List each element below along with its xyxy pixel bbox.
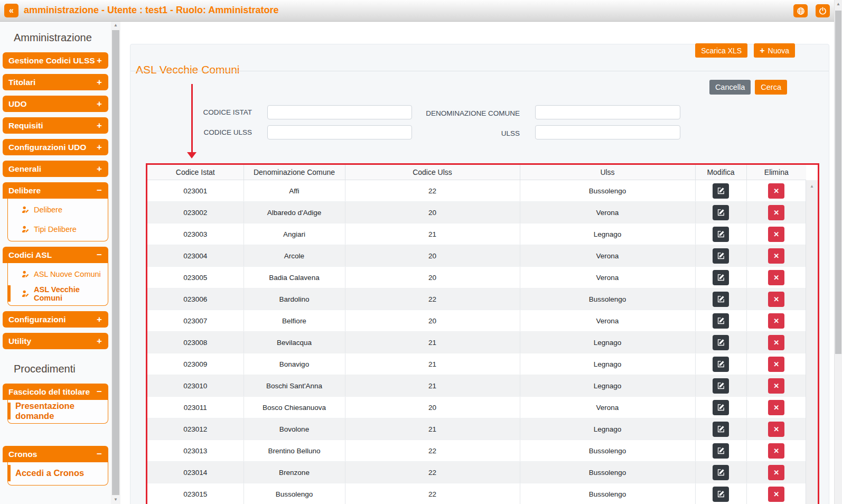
delete-row-button[interactable]: ✕ bbox=[768, 292, 784, 307]
cell-ulss: Bussolengo bbox=[520, 180, 695, 202]
ulss-input[interactable] bbox=[535, 125, 680, 139]
new-button[interactable]: + Nuova bbox=[754, 43, 795, 58]
sidebar-section-requisiti[interactable]: Requisiti + bbox=[3, 117, 108, 134]
search-button[interactable]: Cerca bbox=[755, 80, 787, 95]
delete-row-button[interactable]: ✕ bbox=[768, 227, 784, 242]
delete-x-icon: ✕ bbox=[773, 274, 779, 282]
delete-row-button[interactable]: ✕ bbox=[768, 335, 784, 350]
delete-row-button[interactable]: ✕ bbox=[768, 248, 784, 264]
codice-istat-input[interactable] bbox=[267, 105, 412, 119]
table-row: 023011 Bosco Chiesanuova 20 Verona ✕ bbox=[147, 397, 806, 418]
delete-row-button[interactable]: ✕ bbox=[768, 443, 784, 459]
table-scroll-up-icon[interactable]: ▲ bbox=[806, 182, 818, 191]
table-row: 023005 Badia Calavena 20 Verona ✕ bbox=[147, 267, 806, 288]
cell-codice-istat: 023014 bbox=[147, 462, 244, 483]
cell-codice-ulss: 21 bbox=[345, 332, 520, 353]
edit-pencil-icon bbox=[717, 339, 725, 346]
table-row: 023004 Arcole 20 Verona ✕ bbox=[147, 245, 806, 267]
edit-row-button[interactable] bbox=[713, 487, 729, 502]
cell-codice-istat: 023002 bbox=[147, 202, 244, 223]
sidebar-item-delibere[interactable]: Delibere bbox=[8, 200, 108, 219]
edit-row-button[interactable] bbox=[713, 248, 729, 264]
table-row: 023014 Brenzone 22 Bussolengo ✕ bbox=[147, 462, 806, 483]
edit-row-button[interactable] bbox=[713, 465, 729, 480]
ulss-label: ULSS bbox=[393, 126, 520, 141]
sidebar-section-cronos[interactable]: Cronos − bbox=[3, 446, 108, 462]
sidebar-scrollbar[interactable]: ▲ ▼ bbox=[111, 21, 120, 504]
edit-row-button[interactable] bbox=[713, 357, 729, 372]
delete-row-button[interactable]: ✕ bbox=[768, 400, 784, 415]
cancel-button[interactable]: Cancella bbox=[709, 80, 751, 95]
cell-codice-istat: 023010 bbox=[147, 375, 244, 397]
page-scrollbar-thumb[interactable] bbox=[835, 11, 841, 354]
edit-row-button[interactable] bbox=[713, 422, 729, 437]
scroll-down-icon[interactable]: ▼ bbox=[111, 496, 120, 504]
scroll-up-icon[interactable]: ▲ bbox=[111, 21, 120, 30]
sidebar-section-delibere[interactable]: Delibere − bbox=[3, 182, 108, 199]
edit-row-button[interactable] bbox=[713, 205, 729, 220]
page-scroll-up-icon[interactable]: ▲ bbox=[835, 0, 842, 8]
denominazione-comune-input[interactable] bbox=[535, 105, 680, 119]
delete-row-button[interactable]: ✕ bbox=[768, 487, 784, 502]
edit-row-button[interactable] bbox=[713, 400, 729, 415]
sidebar-item-asl-nuove-comuni[interactable]: ASL Nuove Comuni bbox=[8, 264, 108, 284]
sidebar-section-configurazioni[interactable]: Configurazioni + bbox=[3, 311, 108, 328]
sidebar-section-codici-asl[interactable]: Codici ASL − bbox=[3, 247, 108, 263]
user-edit-icon bbox=[22, 290, 30, 297]
sidebar-item-accedi-a-cronos[interactable]: Accedi a Cronos bbox=[8, 463, 108, 483]
delete-row-button[interactable]: ✕ bbox=[768, 378, 784, 394]
denominazione-comune-label: DENOMINAZIONE COMUNE bbox=[393, 106, 520, 120]
sidebar-item-tipi-delibere[interactable]: Tipi Delibere bbox=[8, 219, 108, 239]
delete-row-button[interactable]: ✕ bbox=[768, 465, 784, 480]
delete-x-icon: ✕ bbox=[773, 404, 779, 412]
edit-pencil-icon bbox=[717, 295, 725, 303]
sidebar-section-gestione-codici-ulss[interactable]: Gestione Codici ULSS + bbox=[3, 52, 108, 69]
delete-row-button[interactable]: ✕ bbox=[768, 313, 784, 329]
power-icon[interactable] bbox=[816, 4, 830, 17]
sidebar-section-configurazioni-udo[interactable]: Configurazioni UDO + bbox=[3, 139, 108, 155]
sidebar-section-fascicolo-del-titolare[interactable]: Fascicolo del titolare − bbox=[3, 384, 108, 400]
edit-row-button[interactable] bbox=[713, 227, 729, 242]
edit-row-button[interactable] bbox=[713, 313, 729, 329]
cell-ulss: Verona bbox=[520, 245, 695, 267]
delete-row-button[interactable]: ✕ bbox=[768, 357, 784, 372]
delete-row-button[interactable]: ✕ bbox=[768, 270, 784, 285]
col-modifica: Modifica bbox=[695, 165, 746, 180]
edit-row-button[interactable] bbox=[713, 335, 729, 350]
delete-row-button[interactable]: ✕ bbox=[768, 205, 784, 220]
sidebar-section-generali[interactable]: Generali + bbox=[3, 161, 108, 177]
cell-codice-ulss: 22 bbox=[345, 462, 520, 483]
table-scrollbar[interactable]: ▲ bbox=[806, 180, 818, 504]
cell-codice-ulss: 21 bbox=[345, 418, 520, 440]
main-content: ASL Vecchie Comuni Scarica XLS + Nuova C… bbox=[120, 21, 835, 504]
cell-codice-ulss: 20 bbox=[345, 202, 520, 223]
edit-row-button[interactable] bbox=[713, 292, 729, 307]
edit-row-button[interactable] bbox=[713, 270, 729, 285]
page-scrollbar[interactable]: ▲ bbox=[834, 0, 842, 504]
delete-row-button[interactable]: ✕ bbox=[768, 422, 784, 437]
codice-ulss-input[interactable] bbox=[267, 125, 412, 139]
sidebar-section-titolari[interactable]: Titolari + bbox=[3, 74, 108, 90]
sidebar-section-utility[interactable]: Utility + bbox=[3, 333, 108, 349]
cell-denominazione-comune: Angiari bbox=[244, 223, 345, 245]
globe-icon[interactable] bbox=[793, 4, 808, 17]
sidebar-collapse-icon[interactable]: « bbox=[4, 4, 18, 17]
sidebar-item-presentazione-domande[interactable]: Presentazione domande bbox=[8, 401, 108, 421]
sidebar-scrollbar-thumb[interactable] bbox=[112, 30, 119, 495]
user-edit-icon bbox=[22, 206, 30, 213]
cell-denominazione-comune: Brentino Belluno bbox=[244, 440, 345, 462]
delete-x-icon: ✕ bbox=[773, 295, 779, 303]
edit-row-button[interactable] bbox=[713, 443, 729, 459]
cell-denominazione-comune: Arcole bbox=[244, 245, 345, 267]
cell-codice-ulss: 20 bbox=[345, 397, 520, 418]
cell-codice-ulss: 21 bbox=[345, 375, 520, 397]
edit-pencil-icon bbox=[717, 230, 725, 238]
edit-pencil-icon bbox=[717, 274, 725, 281]
cell-denominazione-comune: Brenzone bbox=[244, 462, 345, 483]
delete-row-button[interactable]: ✕ bbox=[768, 183, 784, 199]
sidebar-item-asl-vecchie-comuni[interactable]: ASL Vecchie Comuni bbox=[8, 284, 108, 303]
edit-row-button[interactable] bbox=[713, 378, 729, 394]
download-xls-button[interactable]: Scarica XLS bbox=[695, 43, 747, 58]
edit-row-button[interactable] bbox=[713, 183, 729, 199]
sidebar-section-udo[interactable]: UDO + bbox=[3, 96, 108, 112]
